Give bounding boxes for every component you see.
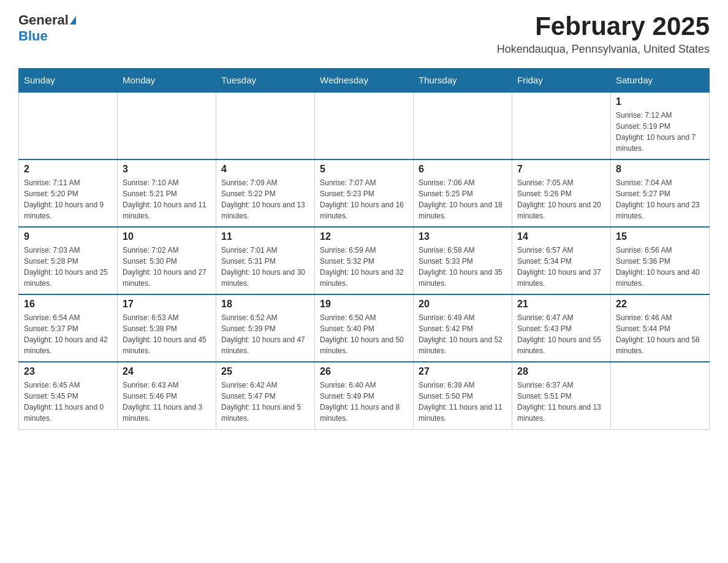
calendar-cell: 15Sunrise: 6:56 AM Sunset: 5:36 PM Dayli…: [611, 227, 710, 294]
day-number: 2: [24, 164, 112, 175]
calendar-table: SundayMondayTuesdayWednesdayThursdayFrid…: [18, 68, 710, 430]
day-info: Sunrise: 6:52 AM Sunset: 5:39 PM Dayligh…: [221, 312, 309, 356]
calendar-cell: 4Sunrise: 7:09 AM Sunset: 5:22 PM Daylig…: [216, 159, 315, 227]
day-info: Sunrise: 7:11 AM Sunset: 5:20 PM Dayligh…: [24, 177, 112, 221]
calendar-body: 1Sunrise: 7:12 AM Sunset: 5:19 PM Daylig…: [19, 92, 710, 429]
logo: General Blue: [18, 12, 76, 44]
logo-general-text: General: [18, 12, 69, 28]
calendar-cell: 1Sunrise: 7:12 AM Sunset: 5:19 PM Daylig…: [611, 92, 710, 159]
day-info: Sunrise: 6:42 AM Sunset: 5:47 PM Dayligh…: [221, 380, 309, 424]
day-info: Sunrise: 6:39 AM Sunset: 5:50 PM Dayligh…: [419, 380, 507, 424]
day-number: 1: [616, 96, 704, 107]
day-number: 19: [320, 299, 408, 310]
calendar-cell: 11Sunrise: 7:01 AM Sunset: 5:31 PM Dayli…: [216, 227, 315, 294]
calendar-cell: 5Sunrise: 7:07 AM Sunset: 5:23 PM Daylig…: [315, 159, 414, 227]
day-number: 7: [517, 164, 605, 175]
day-number: 6: [419, 164, 507, 175]
day-number: 15: [616, 231, 704, 242]
day-number: 12: [320, 231, 408, 242]
day-of-week-header: Monday: [118, 69, 216, 93]
day-info: Sunrise: 6:54 AM Sunset: 5:37 PM Dayligh…: [24, 312, 112, 356]
calendar-cell: 18Sunrise: 6:52 AM Sunset: 5:39 PM Dayli…: [216, 294, 315, 362]
day-number: 27: [419, 366, 507, 377]
calendar-cell: [315, 92, 414, 159]
calendar-cell: 27Sunrise: 6:39 AM Sunset: 5:50 PM Dayli…: [414, 362, 512, 429]
calendar-cell: [19, 92, 118, 159]
calendar-cell: 24Sunrise: 6:43 AM Sunset: 5:46 PM Dayli…: [118, 362, 216, 429]
logo-blue-text: Blue: [18, 28, 48, 44]
day-number: 17: [123, 299, 211, 310]
day-info: Sunrise: 6:43 AM Sunset: 5:46 PM Dayligh…: [123, 380, 211, 424]
calendar-cell: [611, 362, 710, 429]
day-info: Sunrise: 7:06 AM Sunset: 5:25 PM Dayligh…: [419, 177, 507, 221]
calendar-cell: 13Sunrise: 6:58 AM Sunset: 5:33 PM Dayli…: [414, 227, 512, 294]
day-of-week-header: Saturday: [611, 69, 710, 93]
day-info: Sunrise: 7:10 AM Sunset: 5:21 PM Dayligh…: [123, 177, 211, 221]
calendar-cell: 28Sunrise: 6:37 AM Sunset: 5:51 PM Dayli…: [512, 362, 611, 429]
day-info: Sunrise: 7:01 AM Sunset: 5:31 PM Dayligh…: [221, 245, 309, 289]
day-info: Sunrise: 7:12 AM Sunset: 5:19 PM Dayligh…: [616, 110, 704, 154]
calendar-cell: 23Sunrise: 6:45 AM Sunset: 5:45 PM Dayli…: [19, 362, 118, 429]
day-info: Sunrise: 7:05 AM Sunset: 5:26 PM Dayligh…: [517, 177, 605, 221]
calendar-week-row: 2Sunrise: 7:11 AM Sunset: 5:20 PM Daylig…: [19, 159, 710, 227]
calendar-cell: 22Sunrise: 6:46 AM Sunset: 5:44 PM Dayli…: [611, 294, 710, 362]
day-info: Sunrise: 6:47 AM Sunset: 5:43 PM Dayligh…: [517, 312, 605, 356]
day-of-week-header: Friday: [512, 69, 611, 93]
calendar-cell: 16Sunrise: 6:54 AM Sunset: 5:37 PM Dayli…: [19, 294, 118, 362]
calendar-cell: 21Sunrise: 6:47 AM Sunset: 5:43 PM Dayli…: [512, 294, 611, 362]
calendar-cell: [216, 92, 315, 159]
day-info: Sunrise: 7:04 AM Sunset: 5:27 PM Dayligh…: [616, 177, 704, 221]
day-info: Sunrise: 6:45 AM Sunset: 5:45 PM Dayligh…: [24, 380, 112, 424]
day-info: Sunrise: 6:53 AM Sunset: 5:38 PM Dayligh…: [123, 312, 211, 356]
day-number: 8: [616, 164, 704, 175]
day-info: Sunrise: 7:07 AM Sunset: 5:23 PM Dayligh…: [320, 177, 408, 221]
day-number: 26: [320, 366, 408, 377]
calendar-cell: 10Sunrise: 7:02 AM Sunset: 5:30 PM Dayli…: [118, 227, 216, 294]
day-number: 11: [221, 231, 309, 242]
day-number: 16: [24, 299, 112, 310]
calendar-cell: 9Sunrise: 7:03 AM Sunset: 5:28 PM Daylig…: [19, 227, 118, 294]
day-number: 3: [123, 164, 211, 175]
day-of-week-header: Wednesday: [315, 69, 414, 93]
day-info: Sunrise: 6:37 AM Sunset: 5:51 PM Dayligh…: [517, 380, 605, 424]
calendar-cell: 14Sunrise: 6:57 AM Sunset: 5:34 PM Dayli…: [512, 227, 611, 294]
calendar-cell: [118, 92, 216, 159]
day-number: 25: [221, 366, 309, 377]
calendar-cell: 20Sunrise: 6:49 AM Sunset: 5:42 PM Dayli…: [414, 294, 512, 362]
month-title: February 2025: [497, 12, 710, 40]
page-header: General Blue February 2025 Hokendauqua, …: [18, 12, 710, 56]
day-number: 5: [320, 164, 408, 175]
day-info: Sunrise: 6:50 AM Sunset: 5:40 PM Dayligh…: [320, 312, 408, 356]
calendar-cell: 6Sunrise: 7:06 AM Sunset: 5:25 PM Daylig…: [414, 159, 512, 227]
day-number: 9: [24, 231, 112, 242]
calendar-cell: 19Sunrise: 6:50 AM Sunset: 5:40 PM Dayli…: [315, 294, 414, 362]
calendar-cell: 7Sunrise: 7:05 AM Sunset: 5:26 PM Daylig…: [512, 159, 611, 227]
day-number: 13: [419, 231, 507, 242]
day-of-week-header: Sunday: [19, 69, 118, 93]
day-number: 10: [123, 231, 211, 242]
day-info: Sunrise: 6:58 AM Sunset: 5:33 PM Dayligh…: [419, 245, 507, 289]
calendar-cell: 17Sunrise: 6:53 AM Sunset: 5:38 PM Dayli…: [118, 294, 216, 362]
day-info: Sunrise: 7:09 AM Sunset: 5:22 PM Dayligh…: [221, 177, 309, 221]
day-info: Sunrise: 6:57 AM Sunset: 5:34 PM Dayligh…: [517, 245, 605, 289]
day-number: 18: [221, 299, 309, 310]
day-number: 21: [517, 299, 605, 310]
day-of-week-header: Tuesday: [216, 69, 315, 93]
header-row: SundayMondayTuesdayWednesdayThursdayFrid…: [19, 69, 710, 93]
day-number: 24: [123, 366, 211, 377]
calendar-cell: 2Sunrise: 7:11 AM Sunset: 5:20 PM Daylig…: [19, 159, 118, 227]
calendar-cell: 8Sunrise: 7:04 AM Sunset: 5:27 PM Daylig…: [611, 159, 710, 227]
day-info: Sunrise: 7:02 AM Sunset: 5:30 PM Dayligh…: [123, 245, 211, 289]
day-number: 22: [616, 299, 704, 310]
day-of-week-header: Thursday: [414, 69, 512, 93]
calendar-header: SundayMondayTuesdayWednesdayThursdayFrid…: [19, 69, 710, 93]
day-info: Sunrise: 6:59 AM Sunset: 5:32 PM Dayligh…: [320, 245, 408, 289]
day-number: 20: [419, 299, 507, 310]
calendar-week-row: 9Sunrise: 7:03 AM Sunset: 5:28 PM Daylig…: [19, 227, 710, 294]
day-info: Sunrise: 7:03 AM Sunset: 5:28 PM Dayligh…: [24, 245, 112, 289]
calendar-cell: [512, 92, 611, 159]
day-number: 28: [517, 366, 605, 377]
day-number: 4: [221, 164, 309, 175]
logo-triangle-icon: [70, 16, 76, 25]
day-info: Sunrise: 6:49 AM Sunset: 5:42 PM Dayligh…: [419, 312, 507, 356]
